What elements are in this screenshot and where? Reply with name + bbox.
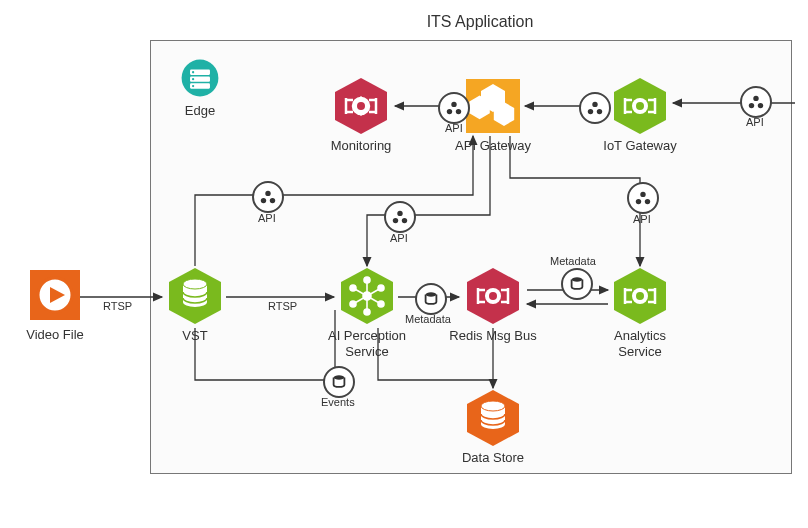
svg-point-18 — [192, 78, 194, 80]
api-gateway-label: API Gateway — [448, 138, 538, 154]
svg-point-19 — [192, 85, 194, 87]
video-file-label: Video File — [10, 327, 100, 343]
svg-point-42 — [636, 102, 644, 110]
api-circle-icon — [438, 92, 470, 124]
svg-point-88 — [749, 103, 754, 108]
node-redis: Redis Msg Bus — [448, 266, 538, 344]
edge-rtsp1-label: RTSP — [103, 300, 132, 312]
node-analytics: Analytics Service — [595, 266, 685, 359]
svg-point-84 — [592, 102, 597, 107]
edge-events-label: Events — [321, 396, 355, 408]
svg-point-93 — [397, 211, 402, 216]
api-circle-icon — [384, 201, 416, 233]
svg-point-77 — [636, 292, 644, 300]
node-ai-perception: AI Perception Service — [322, 266, 412, 359]
svg-point-97 — [636, 199, 641, 204]
svg-point-91 — [261, 198, 266, 203]
edge-api3-label: API — [633, 213, 651, 225]
svg-point-85 — [588, 109, 593, 114]
svg-point-87 — [753, 96, 758, 101]
edge-server-icon — [177, 55, 223, 101]
svg-point-100 — [572, 277, 583, 282]
db-circle-icon — [561, 268, 593, 300]
node-data-store: Data Store — [448, 388, 538, 466]
redis-hex-icon — [463, 266, 523, 326]
ai-perception-label: AI Perception Service — [322, 328, 412, 359]
svg-point-81 — [451, 102, 456, 107]
db-circle-icon — [415, 283, 447, 315]
svg-point-101 — [334, 375, 345, 380]
svg-point-90 — [265, 191, 270, 196]
analytics-label: Analytics Service — [595, 328, 685, 359]
edge-metadata2-label: Metadata — [550, 255, 596, 267]
edge-api2-label: API — [390, 232, 408, 244]
play-file-icon — [25, 265, 85, 325]
node-edge: Edge — [155, 55, 245, 119]
db-circle-icon — [323, 366, 355, 398]
svg-point-96 — [640, 192, 645, 197]
edge-api1-label: API — [258, 212, 276, 224]
svg-point-86 — [597, 109, 602, 114]
vst-label: VST — [150, 328, 240, 344]
diagram-title: ITS Application — [380, 13, 580, 31]
svg-point-82 — [447, 109, 452, 114]
node-monitoring: Monitoring — [316, 76, 406, 154]
svg-point-98 — [645, 199, 650, 204]
svg-point-92 — [270, 198, 275, 203]
data-store-hex-icon — [463, 388, 523, 448]
analytics-hex-icon — [610, 266, 670, 326]
svg-point-17 — [192, 71, 194, 73]
svg-point-68 — [489, 292, 497, 300]
api-circle-icon — [627, 182, 659, 214]
api-gateway-icon — [463, 76, 523, 136]
ai-perception-hex-icon — [337, 266, 397, 326]
edge-api4-label: API — [445, 122, 463, 134]
api-circle-icon — [252, 181, 284, 213]
svg-point-99 — [426, 292, 437, 297]
svg-point-29 — [357, 102, 365, 110]
redis-label: Redis Msg Bus — [448, 328, 538, 344]
node-vst: VST — [150, 266, 240, 344]
vst-hex-icon — [165, 266, 225, 326]
svg-point-83 — [456, 109, 461, 114]
svg-point-94 — [393, 218, 398, 223]
api-circle-icon — [579, 92, 611, 124]
data-store-label: Data Store — [448, 450, 538, 466]
edge-label: Edge — [155, 103, 245, 119]
svg-point-89 — [758, 103, 763, 108]
monitoring-label: Monitoring — [316, 138, 406, 154]
node-video-file: Video File — [10, 265, 100, 343]
edge-metadata1-label: Metadata — [405, 313, 451, 325]
svg-point-95 — [402, 218, 407, 223]
edge-rtsp2-label: RTSP — [268, 300, 297, 312]
monitoring-hex-icon — [331, 76, 391, 136]
iot-gateway-hex-icon — [610, 76, 670, 136]
edge-api5-label: API — [746, 116, 764, 128]
iot-gateway-label: IoT Gateway — [595, 138, 685, 154]
api-circle-icon — [740, 86, 772, 118]
